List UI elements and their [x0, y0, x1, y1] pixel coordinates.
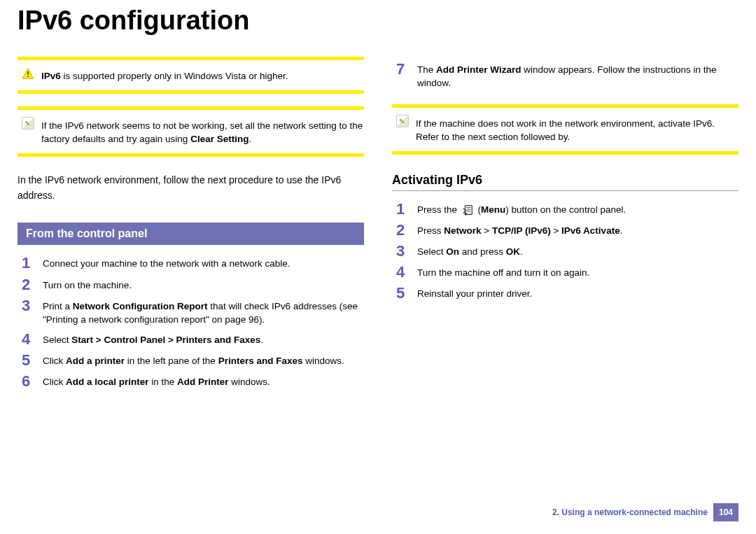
step-text: Press the ✱ (Menu) button on the control… [417, 201, 626, 217]
step-text: Print a Network Configuration Report tha… [43, 297, 364, 327]
warning-box: ! IPv6 is supported properly only in Win… [18, 60, 364, 90]
footer-page-number: 104 [713, 503, 738, 521]
step-number: 3 [18, 297, 34, 314]
step-number: 5 [18, 352, 34, 369]
note-text: If the machine does not work in the netw… [416, 115, 738, 144]
step-text: Click Add a local printer in the Add Pri… [43, 373, 270, 389]
svg-text:✱: ✱ [463, 211, 467, 216]
intro-text: In the IPv6 network environment, follow … [18, 172, 364, 204]
step-number: 1 [18, 255, 34, 272]
step-6: 6 Click Add a local printer in the Add P… [18, 373, 364, 390]
step-text: Turn the machine off and turn it on agai… [417, 264, 589, 280]
step-text: Turn on the machine. [43, 276, 132, 293]
right-column: 7 The Add Printer Wizard window appears.… [392, 57, 738, 394]
divider [18, 153, 364, 157]
note-box: If the IPv6 network seems to not be work… [18, 110, 364, 153]
step-number: 4 [18, 331, 34, 348]
note-icon [396, 115, 409, 127]
note-box: If the machine does not work in the netw… [392, 108, 738, 151]
step-number: 2 [18, 276, 34, 293]
step-1: 1 Connect your machine to the network wi… [18, 255, 364, 272]
step-text: Connect your machine to the network with… [43, 255, 290, 271]
step-text: Select On and press OK. [417, 243, 523, 259]
divider [392, 151, 738, 155]
step-4: 4 Select Start > Control Panel > Printer… [18, 331, 364, 348]
warning-icon: ! [22, 67, 34, 80]
step-number: 7 [392, 61, 409, 78]
footer-chapter: 2. Using a network-connected machine [552, 507, 708, 517]
step-text: Reinstall your printer driver. [417, 285, 532, 301]
step-number: 4 [392, 264, 409, 281]
step-number: 1 [392, 201, 409, 218]
page-title: IPv6 configuration [18, 6, 738, 36]
sub-heading: Activating IPv6 [392, 173, 738, 191]
note-icon [22, 117, 34, 129]
step-7: 7 The Add Printer Wizard window appears.… [392, 61, 738, 90]
activate-step-3: 3 Select On and press OK. [392, 243, 738, 260]
step-number: 2 [392, 222, 409, 239]
step-text: The Add Printer Wizard window appears. F… [417, 61, 738, 90]
svg-text:!: ! [27, 70, 29, 78]
step-3: 3 Print a Network Configuration Report t… [18, 297, 364, 327]
step-text: Select Start > Control Panel > Printers … [43, 331, 263, 347]
step-5: 5 Click Add a printer in the left pane o… [18, 352, 364, 369]
step-number: 3 [392, 243, 409, 260]
activate-step-5: 5 Reinstall your printer driver. [392, 285, 738, 302]
activate-step-4: 4 Turn the machine off and turn it on ag… [392, 264, 738, 281]
page-footer: 2. Using a network-connected machine 104 [552, 503, 738, 521]
step-2: 2 Turn on the machine. [18, 276, 364, 293]
menu-icon: ✱ [461, 204, 474, 216]
left-column: ! IPv6 is supported properly only in Win… [18, 57, 364, 394]
step-text: Click Add a printer in the left pane of … [43, 352, 344, 368]
section-heading: From the control panel [18, 223, 364, 245]
step-number: 5 [392, 285, 409, 302]
activate-step-2: 2 Press Network > TCP/IP (IPv6) > IPv6 A… [392, 222, 738, 239]
step-number: 6 [18, 373, 34, 390]
activate-step-1: 1 Press the ✱ (Menu) button on the contr… [392, 201, 738, 218]
step-text: Press Network > TCP/IP (IPv6) > IPv6 Act… [417, 222, 622, 238]
